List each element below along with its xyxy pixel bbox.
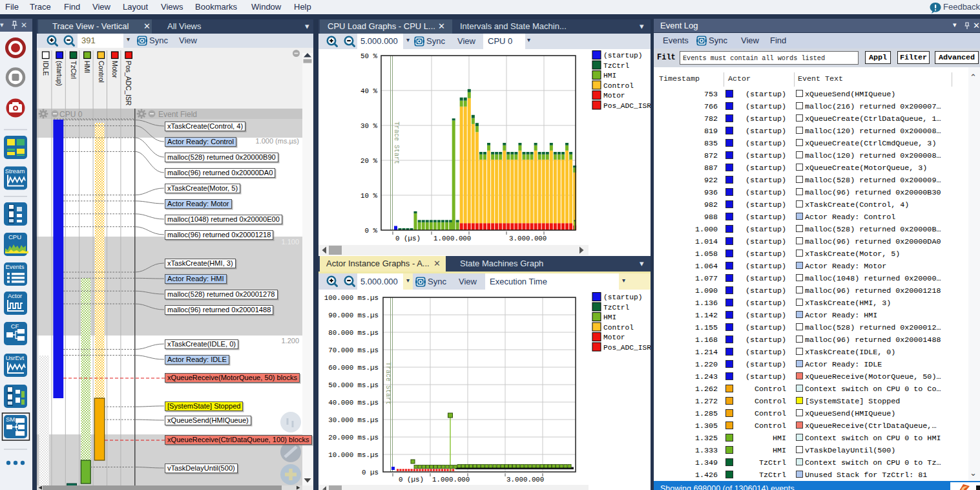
svg-text:UsrEvt: UsrEvt xyxy=(6,354,25,361)
svg-text:HMI: HMI xyxy=(603,72,616,80)
svg-text:Event Field: Event Field xyxy=(158,110,197,119)
svg-text:(startup): (startup) xyxy=(56,61,63,86)
svg-text:Control: Control xyxy=(603,82,634,90)
svg-text:Pos_ADC_ISR: Pos_ADC_ISR xyxy=(603,344,651,352)
svg-text:CF: CF xyxy=(11,323,19,330)
svg-text:1.000.000: 1.000.000 xyxy=(432,476,470,484)
svg-text:40 %: 40 % xyxy=(360,87,377,95)
svg-text:Trace Start: Trace Start xyxy=(384,362,391,405)
svg-text:50 %: 50 % xyxy=(360,52,377,60)
svg-text:60.000 ms.µs: 60.000 ms.µs xyxy=(328,364,379,372)
svg-text:Actor: Actor xyxy=(8,292,22,299)
svg-text:20.000 ms.µs: 20.000 ms.µs xyxy=(328,434,379,442)
svg-text:Motor: Motor xyxy=(603,92,625,100)
svg-text:TzCtrl: TzCtrl xyxy=(70,61,78,79)
svg-text:90.000 ms.µs: 90.000 ms.µs xyxy=(328,312,379,319)
svg-text:1.000.000: 1.000.000 xyxy=(433,235,471,242)
svg-text:Pos_ADC_ISR: Pos_ADC_ISR xyxy=(125,61,132,106)
svg-text:Pos_ADC_ISR: Pos_ADC_ISR xyxy=(603,102,651,110)
svg-text:Stream: Stream xyxy=(5,167,25,175)
svg-text:30 %: 30 % xyxy=(360,122,377,130)
svg-text:Trace Start: Trace Start xyxy=(393,122,400,164)
svg-text:10.000 ms.µs: 10.000 ms.µs xyxy=(328,451,379,459)
svg-text:0 (µs): 0 (µs) xyxy=(395,235,421,242)
svg-text:Motor: Motor xyxy=(603,334,625,341)
svg-text:HMI: HMI xyxy=(83,61,91,73)
svg-text:HMI: HMI xyxy=(603,314,616,321)
svg-text:TzCtrl: TzCtrl xyxy=(603,62,630,70)
svg-text:40.000 ms.µs: 40.000 ms.µs xyxy=(328,399,379,407)
svg-text:0 µs: 0 µs xyxy=(362,469,379,476)
svg-text:TzCtrl: TzCtrl xyxy=(603,304,630,312)
svg-text:10 %: 10 % xyxy=(360,192,377,200)
svg-text:Motor: Motor xyxy=(111,61,119,78)
svg-text:0 %: 0 % xyxy=(365,227,378,235)
svg-text:(startup): (startup) xyxy=(603,293,642,301)
svg-text:70.000 ms.µs: 70.000 ms.µs xyxy=(328,346,379,354)
svg-text:50.000 ms.µs: 50.000 ms.µs xyxy=(328,381,379,389)
svg-text:Control: Control xyxy=(98,61,105,83)
svg-text:100.000 ms.µs: 100.000 ms.µs xyxy=(324,294,379,302)
svg-text:IDLE: IDLE xyxy=(42,61,50,76)
svg-text:CPU 0: CPU 0 xyxy=(59,110,83,119)
svg-text:Events: Events xyxy=(5,263,24,270)
svg-text:80.000 ms.µs: 80.000 ms.µs xyxy=(328,329,379,337)
svg-text:3.000.000: 3.000.000 xyxy=(506,476,544,484)
svg-text:20 %: 20 % xyxy=(360,157,377,165)
svg-text:3.000.000: 3.000.000 xyxy=(509,235,547,242)
svg-text:CPU: CPU xyxy=(8,233,21,240)
svg-text:Control: Control xyxy=(603,324,634,332)
svg-text:0 (µs): 0 (µs) xyxy=(399,476,424,484)
svg-text:(startup): (startup) xyxy=(603,52,642,59)
svg-text:SM: SM xyxy=(6,416,15,423)
svg-text:30.000 ms.µs: 30.000 ms.µs xyxy=(328,416,379,424)
